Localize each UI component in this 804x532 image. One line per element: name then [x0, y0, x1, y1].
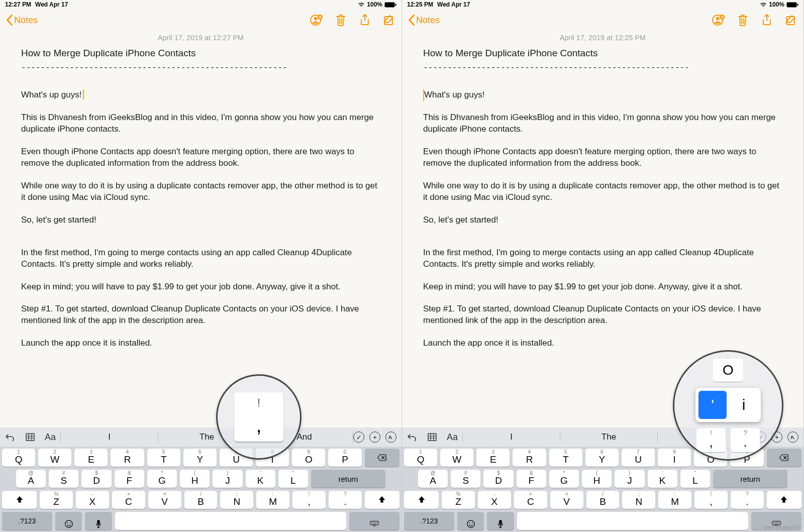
key-c[interactable]: +C: [514, 491, 547, 509]
suggestion-1[interactable]: I: [463, 432, 560, 442]
format-aa[interactable]: Aa: [442, 432, 462, 443]
key-k[interactable]: 'K: [648, 470, 677, 488]
key-w[interactable]: 2W: [38, 449, 71, 467]
share-icon[interactable]: [358, 14, 371, 27]
return-key[interactable]: return: [311, 470, 385, 488]
key-g[interactable]: *G: [147, 470, 177, 488]
shift-key[interactable]: [2, 491, 37, 509]
key-i[interactable]: 8I: [256, 449, 289, 467]
key-u[interactable]: 7U: [220, 449, 253, 467]
key-a[interactable]: @A: [418, 470, 448, 488]
key-comma[interactable]: !,: [292, 491, 326, 509]
suggestion-2[interactable]: The: [158, 432, 255, 442]
key-l[interactable]: "L: [680, 470, 710, 488]
shift-key[interactable]: [365, 491, 399, 509]
compose-icon[interactable]: [784, 14, 797, 27]
key-v[interactable]: =V: [148, 491, 181, 509]
key-o[interactable]: 9O: [292, 449, 325, 467]
undo-icon[interactable]: [402, 433, 422, 441]
share-icon[interactable]: [760, 14, 773, 27]
key-q[interactable]: 1Q: [404, 449, 437, 467]
checklist-icon[interactable]: ✓: [353, 432, 364, 443]
key-w[interactable]: 2W: [440, 449, 473, 467]
markup-icon[interactable]: [787, 432, 798, 443]
table-icon[interactable]: [422, 433, 442, 441]
add-attachment-icon[interactable]: +: [771, 432, 782, 443]
dictation-key[interactable]: [85, 512, 112, 530]
key-k[interactable]: 'K: [246, 470, 275, 488]
suggestion-2[interactable]: The: [560, 432, 657, 442]
add-person-icon[interactable]: [310, 14, 323, 27]
key-l[interactable]: "L: [278, 470, 308, 488]
key-f[interactable]: &F: [115, 470, 144, 488]
note-body[interactable]: April 17, 2019 at 12:27 PM How to Merge …: [0, 31, 401, 428]
trash-icon[interactable]: [736, 14, 749, 27]
mode-key[interactable]: .?123: [404, 512, 454, 530]
key-m[interactable]: :M: [256, 491, 289, 509]
key-b[interactable]: /B: [184, 491, 218, 509]
return-key[interactable]: return: [713, 470, 787, 488]
key-z[interactable]: %Z: [442, 491, 475, 509]
key-v[interactable]: =V: [550, 491, 583, 509]
suggestion-1[interactable]: I: [61, 432, 158, 442]
hide-keyboard-key[interactable]: [349, 512, 399, 530]
backspace-key[interactable]: [767, 449, 801, 467]
key-n[interactable]: ;N: [622, 491, 655, 509]
key-o[interactable]: 9O: [694, 449, 727, 467]
key-comma[interactable]: !,: [694, 491, 728, 509]
table-icon[interactable]: [20, 433, 40, 441]
key-p[interactable]: 0P: [730, 449, 763, 467]
key-n[interactable]: ;N: [220, 491, 253, 509]
mode-key[interactable]: .?123: [2, 512, 52, 530]
key-p[interactable]: 0P: [328, 449, 361, 467]
key-i[interactable]: 8I: [658, 449, 691, 467]
key-r[interactable]: 4R: [513, 449, 546, 467]
key-b[interactable]: /B: [586, 491, 620, 509]
key-u[interactable]: 7U: [622, 449, 655, 467]
key-s[interactable]: #S: [451, 470, 480, 488]
shift-key[interactable]: [767, 491, 801, 509]
back-button[interactable]: Notes: [6, 15, 38, 26]
key-e[interactable]: 3E: [74, 449, 108, 467]
backspace-key[interactable]: [365, 449, 399, 467]
key-y[interactable]: 6Y: [183, 449, 217, 467]
key-c[interactable]: +C: [112, 491, 145, 509]
space-key[interactable]: [517, 512, 748, 530]
add-attachment-icon[interactable]: +: [369, 432, 380, 443]
key-h[interactable]: (H: [582, 470, 612, 488]
back-button[interactable]: Notes: [408, 15, 440, 26]
markup-icon[interactable]: [385, 432, 396, 443]
suggestion-3[interactable]: And: [256, 432, 353, 442]
key-x[interactable]: -X: [478, 491, 511, 509]
dictation-key[interactable]: [487, 512, 514, 530]
key-z[interactable]: %Z: [40, 491, 73, 509]
add-person-icon[interactable]: [712, 14, 725, 27]
key-e[interactable]: 3E: [476, 449, 510, 467]
suggestion-3[interactable]: And: [658, 432, 755, 442]
key-d[interactable]: $D: [81, 470, 111, 488]
compose-icon[interactable]: [382, 14, 395, 27]
key-h[interactable]: (H: [180, 470, 210, 488]
key-s[interactable]: #S: [49, 470, 78, 488]
note-body[interactable]: April 17, 2019 at 12:25 PM How to Merge …: [402, 31, 803, 428]
format-aa[interactable]: Aa: [40, 432, 60, 443]
key-x[interactable]: -X: [76, 491, 109, 509]
key-period[interactable]: ?.: [329, 491, 362, 509]
key-y[interactable]: 6Y: [585, 449, 619, 467]
key-j[interactable]: )J: [615, 470, 644, 488]
undo-icon[interactable]: [0, 433, 20, 441]
trash-icon[interactable]: [334, 14, 347, 27]
emoji-key[interactable]: [457, 512, 484, 530]
key-r[interactable]: 4R: [111, 449, 144, 467]
key-period[interactable]: ?.: [731, 491, 764, 509]
key-q[interactable]: 1Q: [2, 449, 35, 467]
space-key[interactable]: [115, 512, 346, 530]
checklist-icon[interactable]: ✓: [755, 432, 766, 443]
key-j[interactable]: )J: [213, 470, 242, 488]
emoji-key[interactable]: [55, 512, 82, 530]
key-t[interactable]: 5T: [147, 449, 180, 467]
key-f[interactable]: &F: [517, 470, 546, 488]
key-g[interactable]: *G: [549, 470, 579, 488]
shift-key[interactable]: [404, 491, 439, 509]
key-d[interactable]: $D: [483, 470, 513, 488]
